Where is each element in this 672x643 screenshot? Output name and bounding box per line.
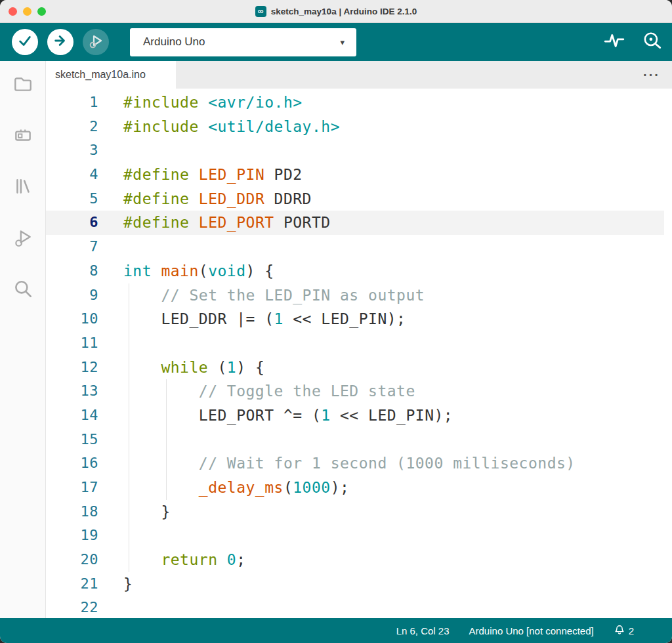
code-line[interactable]: 19 (46, 524, 664, 548)
window-title: ∞ sketch_may10a | Arduino IDE 2.1.0 (255, 6, 417, 17)
arduino-ide-window: ∞ sketch_may10a | Arduino IDE 2.1.0 Ar (0, 0, 672, 643)
code-line[interactable]: 13 // Toggle the LED state (46, 379, 664, 404)
code-text: #define LED_PORT PORTD (123, 211, 664, 235)
serial-monitor-button[interactable] (642, 30, 663, 54)
verify-button[interactable] (12, 29, 38, 55)
window-controls (9, 7, 46, 16)
sidebar-item-sketchbook[interactable] (12, 74, 34, 96)
line-number[interactable]: 19 (46, 524, 98, 548)
code-token: LED_DDR |= ( (123, 310, 274, 327)
upload-button[interactable] (47, 29, 74, 55)
code-line[interactable]: 21} (46, 572, 664, 596)
board-selector[interactable]: Arduino Uno ▾ (130, 28, 356, 56)
code-text: _delay_ms(1000); (123, 476, 664, 500)
sidebar-item-library-manager[interactable] (12, 176, 34, 199)
code-line[interactable]: 5#define LED_DDR DDRD (46, 187, 664, 211)
toolbar-right (604, 30, 672, 54)
indent-guide (129, 548, 129, 572)
code-line[interactable]: 3 (46, 138, 664, 163)
titlebar: ∞ sketch_may10a | Arduino IDE 2.1.0 (0, 0, 672, 23)
line-number[interactable]: 22 (46, 596, 98, 618)
code-text: } (123, 500, 664, 524)
code-line[interactable]: 2#include <util/delay.h> (46, 115, 664, 139)
code-line[interactable]: 20 return 0; (46, 548, 664, 572)
line-number[interactable]: 7 (46, 235, 98, 259)
code-line[interactable]: 6#define LED_PORT PORTD (46, 211, 664, 235)
code-token: #define (123, 190, 189, 207)
line-number[interactable]: 5 (46, 187, 98, 211)
indent-guide (129, 331, 129, 356)
code-line[interactable]: 7 (46, 235, 664, 259)
line-number[interactable]: 20 (46, 548, 98, 572)
line-number[interactable]: 17 (46, 476, 98, 500)
indent-guide (166, 379, 167, 404)
cursor-position[interactable]: Ln 6, Col 23 (396, 625, 450, 636)
code-text (123, 596, 664, 618)
line-number[interactable]: 10 (46, 307, 98, 331)
tab-overflow-button[interactable]: ··· (643, 68, 672, 83)
tab-sketch[interactable]: sketch_may10a.ino (46, 61, 176, 89)
editor-column: sketch_may10a.ino ··· 1#include <avr/io.… (46, 61, 672, 618)
line-number[interactable]: 15 (46, 428, 98, 452)
code-line[interactable]: 12 while (1) { (46, 356, 664, 380)
code-token (189, 190, 198, 207)
zoom-button[interactable] (37, 7, 46, 16)
main-area: sketch_may10a.ino ··· 1#include <avr/io.… (0, 61, 672, 618)
line-number[interactable]: 16 (46, 451, 98, 476)
code-line[interactable]: 17 _delay_ms(1000); (46, 476, 664, 500)
close-button[interactable] (9, 7, 17, 16)
sidebar-item-debugger[interactable] (12, 228, 34, 250)
code-text: #include <avr/io.h> (123, 91, 664, 115)
code-text: // Toggle the LED state (123, 379, 664, 404)
code-token: 1 (321, 407, 330, 424)
line-number[interactable]: 1 (46, 91, 98, 115)
code-line[interactable]: 11 (46, 331, 664, 356)
line-number[interactable]: 11 (46, 331, 98, 356)
code-line[interactable]: 18 } (46, 500, 664, 524)
code-line[interactable]: 14 LED_PORT ^= (1 << LED_PIN); (46, 404, 664, 428)
arduino-logo-icon: ∞ (255, 6, 266, 17)
serial-plotter-button[interactable] (604, 30, 625, 54)
notifications-button[interactable]: 2 (614, 624, 634, 638)
indent-guide (129, 356, 129, 380)
line-number[interactable]: 21 (46, 572, 98, 596)
line-number[interactable]: 18 (46, 500, 98, 524)
code-text: LED_DDR |= (1 << LED_PIN); (123, 307, 664, 331)
code-token: 1 (227, 359, 236, 376)
line-number[interactable]: 3 (46, 138, 98, 163)
line-number[interactable]: 2 (46, 115, 98, 139)
code-token (123, 383, 199, 400)
line-number[interactable]: 14 (46, 404, 98, 428)
code-editor[interactable]: 1#include <avr/io.h>2#include <util/dela… (46, 89, 672, 618)
code-line[interactable]: 9 // Set the LED_PIN as output (46, 283, 664, 308)
code-line[interactable]: 10 LED_DDR |= (1 << LED_PIN); (46, 307, 664, 331)
indent-guide (166, 404, 167, 428)
code-line[interactable]: 1#include <avr/io.h> (46, 91, 664, 115)
line-number[interactable]: 8 (46, 259, 98, 283)
line-number[interactable]: 13 (46, 379, 98, 404)
line-number[interactable]: 12 (46, 356, 98, 380)
line-number[interactable]: 9 (46, 283, 98, 308)
code-token: ) { (236, 359, 264, 376)
code-token: main (161, 262, 198, 280)
line-number[interactable]: 4 (46, 163, 98, 187)
check-icon (17, 33, 33, 51)
line-number[interactable]: 6 (46, 211, 98, 235)
sidebar-item-search[interactable] (12, 279, 34, 301)
code-line[interactable]: 22 (46, 596, 664, 618)
minimize-button[interactable] (23, 7, 32, 16)
code-token: #define (123, 166, 189, 183)
code-line[interactable]: 15 (46, 428, 664, 452)
code-token: PORTD (274, 214, 331, 231)
sidebar-item-boards-manager[interactable] (12, 125, 34, 148)
code-line[interactable]: 8int main(void) { (46, 259, 664, 283)
code-token: } (123, 503, 171, 520)
code-line[interactable]: 16 // Wait for 1 second (1000 millisecon… (46, 451, 664, 476)
code-text: #define LED_DDR DDRD (123, 187, 664, 211)
code-line[interactable]: 4#define LED_PIN PD2 (46, 163, 664, 187)
code-token (152, 262, 161, 280)
code-token: LED_PORT (199, 214, 274, 231)
board-connection-status[interactable]: Arduino Uno [not connected] (469, 625, 594, 636)
code-token: ( (208, 359, 227, 376)
debug-button[interactable] (83, 29, 109, 55)
